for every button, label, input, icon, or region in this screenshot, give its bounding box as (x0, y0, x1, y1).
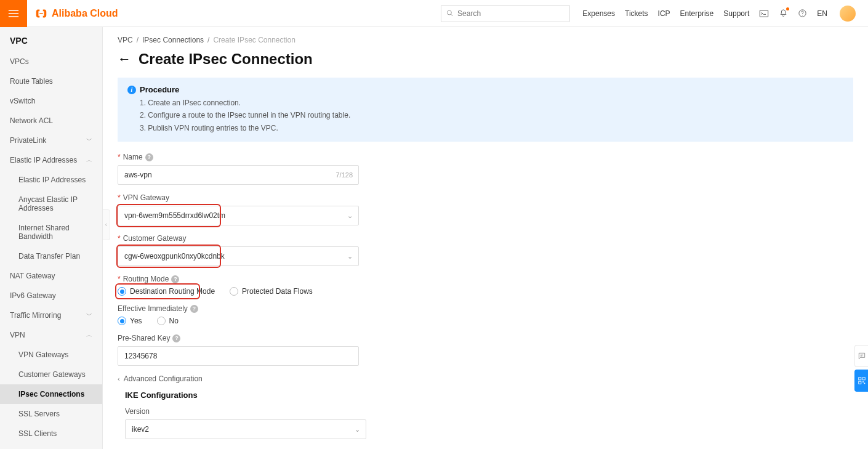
sidebar-item-traffic-mirroring[interactable]: Traffic Mirroring﹀ (0, 305, 102, 325)
sidebar: VPC VPCsRoute TablesvSwitchNetwork ACLPr… (0, 27, 103, 449)
search-input[interactable] (457, 9, 565, 18)
effective-immediately-label: Effective Immediately (118, 304, 188, 313)
sidebar-item-privatelink[interactable]: PrivateLink﹀ (0, 131, 102, 150)
sidebar-item-route-tables[interactable]: Route Tables (0, 71, 102, 91)
breadcrumb-ipsec[interactable]: IPsec Connections (142, 36, 204, 44)
name-label: Name (123, 153, 143, 161)
radio-checked-icon (118, 317, 126, 325)
sidebar-item-label: NAT Gateway (10, 272, 55, 280)
sidebar-item-label: Customer Gateways (18, 370, 86, 379)
bell-icon[interactable] (779, 9, 788, 18)
nav-support[interactable]: Support (723, 9, 749, 18)
svg-rect-2 (760, 10, 768, 17)
chevron-down-icon: ﹀ (86, 136, 92, 145)
sidebar-item-network-acl[interactable]: Network ACL (0, 111, 102, 131)
sidebar-item-data-transfer-plan[interactable]: Data Transfer Plan (0, 246, 102, 266)
effective-yes-radio[interactable]: Yes (118, 317, 142, 325)
procedure-heading: Procedure (140, 85, 179, 94)
help-icon[interactable] (798, 9, 807, 18)
effective-no-radio[interactable]: No (157, 317, 179, 325)
sidebar-item-customer-gateways[interactable]: Customer Gateways (0, 365, 102, 384)
radio-checked-icon (118, 287, 126, 296)
sidebar-item-label: Anycast Elastic IP Addresses (18, 195, 92, 212)
sidebar-item-label: Internet Shared Bandwidth (18, 224, 92, 241)
sidebar-item-elastic-ip-addresses[interactable]: Elastic IP Addresses︿ (0, 150, 102, 170)
version-select[interactable]: ikev2 (125, 419, 366, 439)
char-count: 7/128 (336, 171, 353, 179)
psk-label: Pre-Shared Key (118, 334, 170, 342)
sidebar-item-anycast-elastic-ip-addresses[interactable]: Anycast Elastic IP Addresses (0, 190, 102, 218)
procedure-step-3: 3. Publish VPN routing entries to the VP… (140, 122, 843, 134)
sidebar-item-label: SSL Servers (18, 410, 60, 418)
sidebar-item-ipv6-gateway[interactable]: IPv6 Gateway (0, 286, 102, 305)
nav-language[interactable]: EN (817, 9, 827, 18)
customer-gateway-select[interactable]: cgw-6weoxgpunk0nxy0kcdnbk (118, 246, 359, 266)
sidebar-heading: VPC (0, 27, 102, 52)
search-icon (446, 9, 454, 17)
advanced-configuration-toggle[interactable]: ‹ Advanced Configuration (118, 374, 853, 383)
nav-expenses[interactable]: Expenses (582, 9, 615, 18)
sidebar-item-label: Traffic Mirroring (10, 311, 61, 320)
sidebar-item-label: Elastic IP Addresses (18, 176, 86, 184)
breadcrumb: VPC / IPsec Connections / Create IPsec C… (118, 36, 853, 44)
svg-rect-6 (858, 381, 861, 384)
chevron-left-icon: ‹ (118, 375, 120, 382)
version-label: Version (125, 407, 150, 416)
sidebar-item-label: VPCs (10, 57, 29, 66)
sidebar-item-nat-gateway[interactable]: NAT Gateway (0, 266, 102, 286)
sidebar-item-label: IPv6 Gateway (10, 291, 56, 300)
procedure-step-1: 1. Create an IPsec connection. (140, 97, 843, 109)
customer-gateway-label: Customer Gateway (123, 234, 187, 243)
menu-toggle-button[interactable] (0, 0, 27, 27)
sidebar-item-vpn-gateways[interactable]: VPN Gateways (0, 345, 102, 365)
nav-enterprise[interactable]: Enterprise (680, 9, 714, 18)
help-icon[interactable]: ? (172, 334, 180, 342)
nav-tickets[interactable]: Tickets (625, 9, 648, 18)
search-box[interactable] (441, 5, 570, 22)
sidebar-item-label: IPsec Connections (18, 390, 84, 398)
sidebar-item-label: Data Transfer Plan (18, 252, 80, 261)
header-nav: Expenses Tickets ICP Enterprise Support … (582, 6, 859, 22)
info-icon: i (127, 86, 136, 94)
nav-icp[interactable]: ICP (658, 9, 670, 18)
psk-input[interactable] (118, 346, 359, 366)
back-arrow-icon[interactable]: ← (118, 51, 131, 67)
ike-configurations-heading: IKE Configurations (125, 390, 853, 400)
sidebar-item-vpn[interactable]: VPN︿ (0, 325, 102, 345)
svg-point-0 (448, 10, 452, 15)
routing-mode-label: Routing Mode (123, 275, 169, 283)
avatar[interactable] (840, 6, 856, 22)
vpn-gateway-select[interactable]: vpn-6wem9m555drrxd6lw02tm (118, 206, 359, 225)
sidebar-collapse-handle[interactable]: ‹ (103, 209, 110, 240)
help-icon[interactable]: ? (190, 305, 198, 313)
page-title: Create IPsec Connection (139, 51, 313, 68)
breadcrumb-vpc[interactable]: VPC (118, 36, 133, 44)
sidebar-item-label: VPN (10, 331, 25, 339)
routing-mode-destination-radio[interactable]: Destination Routing Mode (118, 287, 215, 296)
shell-icon[interactable] (759, 9, 769, 18)
sidebar-item-ipsec-connections[interactable]: IPsec Connections (0, 384, 102, 404)
notification-dot (786, 7, 789, 10)
qr-icon (858, 376, 866, 385)
float-qr-button[interactable] (854, 370, 868, 392)
sidebar-item-vpcs[interactable]: VPCs (0, 52, 102, 71)
sidebar-item-internet-shared-bandwidth[interactable]: Internet Shared Bandwidth (0, 218, 102, 246)
routing-mode-protected-radio[interactable]: Protected Data Flows (230, 287, 313, 296)
sidebar-item-ssl-clients[interactable]: SSL Clients (0, 424, 102, 443)
svg-rect-8 (864, 383, 865, 384)
sidebar-item-label: Network ACL (10, 116, 53, 125)
sidebar-item-elastic-ip-addresses[interactable]: Elastic IP Addresses (0, 170, 102, 190)
sidebar-item-vswitch[interactable]: vSwitch (0, 91, 102, 111)
help-icon[interactable]: ? (171, 275, 179, 283)
chevron-up-icon: ︿ (86, 156, 92, 164)
sidebar-item-quota-management[interactable]: Quota Management﹀ (0, 443, 102, 449)
svg-rect-7 (862, 381, 864, 382)
brand-name: Alibaba Cloud (52, 8, 118, 19)
sidebar-item-ssl-servers[interactable]: SSL Servers (0, 404, 102, 424)
radio-unchecked-icon (157, 317, 166, 325)
name-input[interactable] (118, 165, 359, 185)
float-chat-button[interactable] (854, 345, 868, 367)
help-icon[interactable]: ? (145, 153, 153, 161)
brand[interactable]: Alibaba Cloud (34, 7, 118, 20)
breadcrumb-current: Create IPsec Connection (213, 36, 295, 44)
